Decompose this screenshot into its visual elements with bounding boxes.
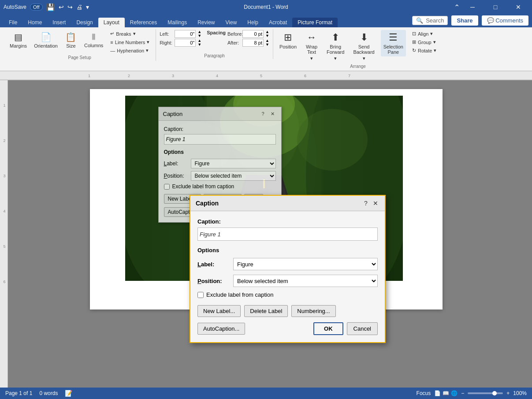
spacing-after-input[interactable] <box>242 39 264 47</box>
restore-button[interactable]: □ <box>485 0 506 14</box>
align-label: Align <box>418 31 428 37</box>
selection-pane-button[interactable]: ☰ Selection Pane <box>381 30 406 56</box>
tab-help[interactable]: Help <box>242 18 264 27</box>
minimize-button[interactable]: ─ <box>462 0 483 14</box>
search-placeholder: Search <box>426 17 444 24</box>
svg-text:3: 3 <box>172 74 174 78</box>
zoom-minus-icon[interactable]: − <box>461 390 464 396</box>
wrap-text-button[interactable]: ↔ Wrap Text ▾ <box>303 30 320 63</box>
customize-icon[interactable]: ▾ <box>86 4 89 11</box>
action-row-main: AutoCaption... OK Cancel <box>197 322 378 335</box>
orientation-button[interactable]: 📄 Orientation <box>31 30 60 50</box>
exclude-checkbox-main[interactable] <box>197 292 204 298</box>
caption-dialog-main-body: Caption: Options Label: Figure Table Equ… <box>190 211 385 342</box>
zoom-slider[interactable] <box>468 392 503 394</box>
svg-text:5: 5 <box>260 74 262 78</box>
after-down[interactable]: ▼ <box>265 43 269 47</box>
autosave-toggle[interactable]: Off <box>30 4 42 11</box>
hyphenation-icon: — <box>110 48 115 53</box>
options-section-bg: Options <box>164 149 276 155</box>
svg-text:3: 3 <box>3 174 5 178</box>
align-button[interactable]: ⊡ Align ▾ <box>409 30 439 37</box>
margins-button[interactable]: ▤ Margins <box>7 30 30 50</box>
indent-left-label: Left: <box>160 31 173 37</box>
line-numbers-button[interactable]: ≡ Line Numbers ▾ <box>108 38 152 46</box>
caption-dialog-main-help[interactable]: ? <box>362 199 370 207</box>
tab-home[interactable]: Home <box>22 18 47 27</box>
position-button[interactable]: ⊞ Position <box>277 30 299 51</box>
share-button[interactable]: Share <box>451 15 478 26</box>
tab-picture-format[interactable]: Picture Format <box>292 18 338 27</box>
spacing-before-input[interactable] <box>242 30 264 38</box>
bring-forward-icon: ⬆ <box>331 32 339 43</box>
exclude-label-bg: Exclude label from caption <box>172 183 234 190</box>
label-select-bg[interactable]: Figure <box>191 159 276 168</box>
tab-review[interactable]: Review <box>192 18 220 27</box>
zoom-level[interactable]: 100% <box>513 390 527 396</box>
bring-forward-button[interactable]: ⬆ Bring Forward ▾ <box>324 30 347 63</box>
tab-file[interactable]: File <box>4 18 22 27</box>
tab-view[interactable]: View <box>220 18 242 27</box>
tab-acrobat[interactable]: Acrobat <box>264 18 292 27</box>
ribbon-options-icon[interactable]: ⌃ <box>454 3 460 11</box>
rotate-button[interactable]: ↻ Rotate ▾ <box>409 47 439 54</box>
read-mode-icon[interactable]: 📖 <box>443 390 449 396</box>
tab-insert[interactable]: Insert <box>47 18 71 27</box>
tab-references[interactable]: References <box>125 18 162 27</box>
group-button[interactable]: ⊞ Group ▾ <box>409 38 439 46</box>
caption-dialog-bg-close[interactable]: ✕ <box>269 110 277 118</box>
cancel-btn-main[interactable]: Cancel <box>347 322 378 335</box>
svg-rect-0 <box>0 71 532 80</box>
zoom-thumb[interactable] <box>492 391 497 395</box>
caption-dialog-bg-help[interactable]: ? <box>259 110 267 118</box>
hyphenation-button[interactable]: — Hyphenation ▾ <box>108 47 152 54</box>
breaks-button[interactable]: ↵ Breaks ▾ <box>108 30 152 37</box>
indent-right-label: Right: <box>160 40 173 45</box>
line-numbers-icon: ≡ <box>110 40 113 45</box>
caption-dialog-main-controls: ? ✕ <box>362 199 379 207</box>
rotate-label: Rotate <box>418 48 432 53</box>
save-icon[interactable]: 💾 <box>46 3 55 11</box>
indent-left-input[interactable] <box>175 30 196 38</box>
web-layout-icon[interactable]: 🌐 <box>451 390 458 396</box>
position-select-main[interactable]: Below selected item Above selected item <box>233 275 378 287</box>
autocaption-btn-main[interactable]: AutoCaption... <box>197 323 245 335</box>
proofing-icon[interactable]: 📝 <box>65 390 72 397</box>
statusbar: Page 1 of 1 0 words 📝 Focus 📄 📖 🌐 − + 10… <box>0 388 532 399</box>
indent-right-down[interactable]: ▼ <box>197 43 201 47</box>
undo-icon[interactable]: ↩ <box>59 4 64 11</box>
send-backward-icon: ⬇ <box>360 32 368 43</box>
print-icon[interactable]: 🖨 <box>76 4 82 11</box>
caption-input-bg[interactable] <box>164 134 276 145</box>
breaks-icon: ↵ <box>110 31 114 37</box>
new-label-btn-main[interactable]: New Label... <box>197 305 241 317</box>
label-row-bg: Label: Figure <box>164 159 276 168</box>
print-layout-icon[interactable]: 📄 <box>434 390 441 396</box>
tab-layout[interactable]: Layout <box>98 18 125 27</box>
position-select-bg[interactable]: Below selected item <box>191 171 276 181</box>
close-button[interactable]: ✕ <box>508 0 528 14</box>
zoom-plus-icon[interactable]: + <box>506 390 510 396</box>
spacing-label: Spacing <box>207 30 226 35</box>
tab-mailings[interactable]: Mailings <box>162 18 192 27</box>
exclude-checkbox-bg[interactable] <box>164 184 170 190</box>
caption-input-main[interactable] <box>197 227 378 241</box>
before-down[interactable]: ▼ <box>265 34 269 38</box>
label-select-main[interactable]: Figure Table Equation <box>233 258 378 270</box>
indent-right-input[interactable] <box>175 39 196 47</box>
columns-button[interactable]: ⫴ Columns <box>82 30 106 50</box>
columns-icon: ⫴ <box>92 32 96 42</box>
redo-icon[interactable]: ↪ <box>67 4 73 11</box>
caption-dialog-main-close[interactable]: ✕ <box>372 199 379 207</box>
comments-button[interactable]: 💬 Comments <box>482 15 528 26</box>
align-icon: ⊡ <box>412 31 416 37</box>
delete-label-btn-main[interactable]: Delete Label <box>244 305 288 317</box>
focus-label[interactable]: Focus <box>417 390 431 396</box>
indent-left-down[interactable]: ▼ <box>197 34 201 38</box>
tab-design[interactable]: Design <box>71 18 98 27</box>
numbering-btn-main[interactable]: Numbering... <box>291 305 335 317</box>
ok-btn-main[interactable]: OK <box>313 322 343 335</box>
send-backward-button[interactable]: ⬇ Send Backward ▾ <box>350 30 377 63</box>
search-bar[interactable]: 🔍 Search <box>412 16 448 25</box>
size-button[interactable]: 📋 Size <box>62 30 80 50</box>
